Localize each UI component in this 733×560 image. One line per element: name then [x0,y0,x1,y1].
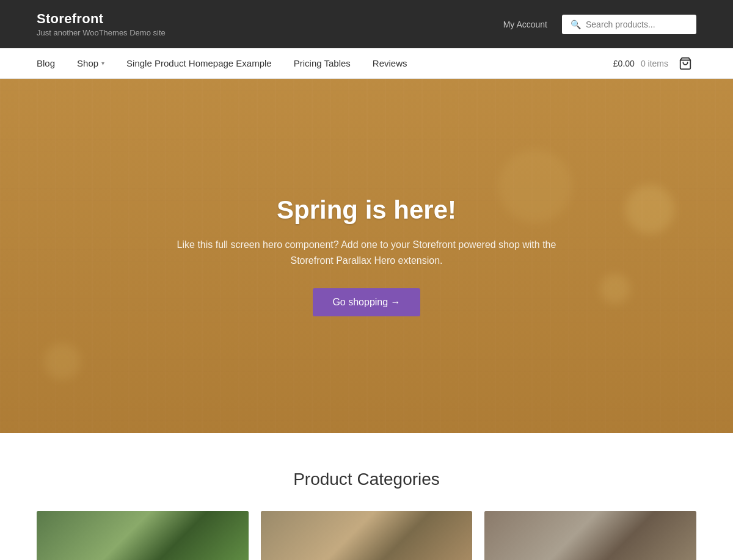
cart-widget[interactable]: £0.00 0 items [613,53,696,75]
nav-link-shop[interactable]: Shop ▾ [66,48,115,78]
categories-grid [37,511,696,560]
nav-link-single-product[interactable]: Single Product Homepage Example [115,48,283,78]
nav-item-single-product[interactable]: Single Product Homepage Example [115,48,283,78]
nav-item-blog[interactable]: Blog [37,48,66,78]
category-item-2[interactable] [261,511,473,560]
bokeh-circle-4 [44,343,81,380]
nav-link-pricing[interactable]: Pricing Tables [283,48,362,78]
cart-total: £0.00 [613,59,635,68]
cart-count: 0 items [641,59,668,68]
site-branding: Storefront Just another WooThemes Demo s… [37,11,166,37]
nav-link-reviews[interactable]: Reviews [362,48,418,78]
cart-icon[interactable] [674,53,696,75]
header-right: My Account 🔍 [503,15,696,34]
hero-subtitle: Like this full screen hero component? Ad… [165,237,568,268]
nav-item-shop[interactable]: Shop ▾ [66,48,115,78]
categories-section: Product Categories [0,433,733,560]
nav-item-reviews[interactable]: Reviews [362,48,418,78]
site-title: Storefront [37,11,166,27]
site-description: Just another WooThemes Demo site [37,28,166,37]
hero-title: Spring is here! [165,195,568,225]
categories-title: Product Categories [37,470,696,489]
nav-menu: Blog Shop ▾ Single Product Homepage Exam… [37,48,418,78]
chevron-down-icon: ▾ [101,60,104,67]
nav-item-pricing[interactable]: Pricing Tables [283,48,362,78]
category-item-1[interactable] [37,511,249,560]
search-input[interactable] [586,20,688,29]
bokeh-circle-2 [600,274,630,304]
my-account-link[interactable]: My Account [503,20,547,29]
go-shopping-button[interactable]: Go shopping → [313,288,420,316]
search-icon: 🔍 [571,20,581,29]
hero-content: Spring is here! Like this full screen he… [153,195,580,316]
site-header: Storefront Just another WooThemes Demo s… [0,0,733,48]
site-nav: Blog Shop ▾ Single Product Homepage Exam… [0,48,733,79]
hero-section: Spring is here! Like this full screen he… [0,79,733,433]
search-form: 🔍 [562,15,696,34]
nav-link-blog[interactable]: Blog [37,48,66,78]
category-item-3[interactable] [484,511,696,560]
bokeh-circle-1 [625,185,674,234]
